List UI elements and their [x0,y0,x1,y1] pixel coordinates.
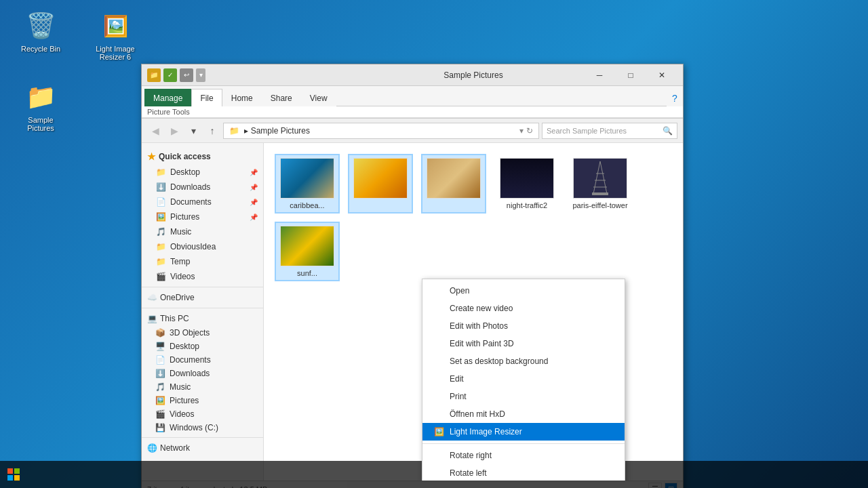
sidebar-item-videos[interactable]: 🎬 Videos [142,269,263,284]
quick-access-toolbar-undo[interactable]: ↩ [180,68,193,82]
recycle-bin-icon[interactable]: 🗑️ Recycle Bin [14,7,68,56]
sidebar-item-downloads[interactable]: ⬇️ Downloads 📌 [142,180,263,195]
ctx-edit[interactable]: Edit [422,370,625,388]
quick-access-toolbar-folder[interactable]: 📁 [147,68,161,82]
light-image-resizer-icon[interactable]: 🖼️ Light Image Resizer 6 [88,7,142,64]
refresh-button[interactable]: ↻ [526,126,533,136]
quick-access-toolbar-save[interactable]: ✓ [163,68,177,82]
file-name-paris: paris-eiffel-tower [572,201,627,209]
sidebar-item-documents[interactable]: 📄 Documents 📌 [142,195,263,209]
search-placeholder: Search Sample Pictures [547,127,627,135]
thumbnail-chrysanthemum [353,158,408,199]
ctx-light-image-resizer[interactable]: 🖼️ Light Image Resizer [422,423,625,441]
start-button[interactable] [0,461,27,488]
network-icon: 🌐 [147,443,157,453]
sidebar-obviousidea-label: ObviousIdea [170,242,216,251]
ctx-print[interactable]: Print [422,388,625,405]
file-item-desert[interactable] [421,154,486,214]
documents-pc-icon: 📄 [155,355,165,365]
sidebar-item-downloads-pc[interactable]: ⬇️ Downloads [142,367,263,380]
onedrive-label: OneDrive [160,293,195,302]
file-item-chrysanthemum[interactable] [348,154,413,214]
ribbon: Manage File Home Share View ? Picture To… [142,86,683,119]
sidebar-item-pictures-pc[interactable]: 🖼️ Pictures [142,394,263,407]
tab-manage[interactable]: Manage [144,89,191,106]
sidebar-temp-label: Temp [170,257,190,266]
tab-home[interactable]: Home [222,89,262,106]
file-grid: caribbea... night-traffi [269,148,677,287]
pictures-pc-icon: 🖼️ [155,396,165,405]
svg-rect-6 [14,468,20,474]
sidebar-item-windows-c[interactable]: 💾 Windows (C:) [142,421,263,434]
address-path[interactable]: 📁 ▸ Sample Pictures ▾ ↻ [223,123,539,139]
sidebar-item-desktop[interactable]: 📁 Desktop 📌 [142,165,263,180]
ctx-edit-photos-label: Edit with Photos [450,321,508,331]
quick-access-toolbar-dropdown[interactable]: ▾ [196,68,205,82]
sample-pictures-desktop-icon[interactable]: 📁 Sample Pictures [14,78,68,135]
file-item-night-traffic[interactable]: night-traffic2 [494,154,559,214]
sidebar-onedrive[interactable]: ☁️ OneDrive [142,290,263,305]
sidebar-item-3d-objects[interactable]: 📦 3D Objects [142,326,263,340]
ctx-set-desktop-label: Set as desktop background [450,357,548,366]
search-icon[interactable]: 🔍 [663,126,673,136]
sidebar-item-music[interactable]: 🎵 Music [142,224,263,239]
ctx-open-label: Open [450,286,469,296]
sidebar-item-pictures[interactable]: 🖼️ Pictures 📌 [142,209,263,224]
tab-view[interactable]: View [301,89,336,106]
svg-marker-0 [593,161,607,194]
ctx-rotate-left[interactable]: Rotate left [422,464,625,481]
ctx-open[interactable]: Open [422,282,625,300]
search-box[interactable]: Search Sample Pictures 🔍 [542,123,677,139]
desktop: 🗑️ Recycle Bin 🖼️ Light Image Resizer 6 … [0,0,868,488]
forward-button[interactable]: ▶ [166,123,182,139]
ctx-rotate-right[interactable]: Rotate right [422,447,625,464]
maximize-button[interactable]: □ [615,64,646,86]
sidebar-item-videos-pc[interactable]: 🎬 Videos [142,407,263,421]
downloads-pc-icon: ⬇️ [155,369,165,378]
ctx-edit-paint3d[interactable]: Edit with Paint 3D [422,335,625,352]
recycle-bin-image: 🗑️ [24,9,57,42]
file-item-caribbean[interactable]: caribbea... [275,154,340,214]
edit-paint3d-icon [433,338,444,349]
file-area: caribbea... night-traffi [264,143,683,481]
sidebar-item-documents-pc[interactable]: 📄 Documents [142,353,263,367]
star-icon: ★ [147,151,156,162]
file-item-paris[interactable]: paris-eiffel-tower [568,154,633,214]
ctx-lir-label: Light Image Resizer [450,427,522,436]
sidebar-videos-label: Videos [170,272,195,281]
minimize-button[interactable]: ─ [584,64,615,86]
ctx-print-label: Print [450,392,467,401]
downloads-icon: ⬇️ [155,182,166,192]
svg-rect-4 [592,192,608,195]
ctx-edit-photos[interactable]: Edit with Photos [422,317,625,335]
recent-locations-button[interactable]: ▾ [185,123,201,139]
onedrive-icon: ☁️ [147,293,157,302]
hxd-icon [433,409,444,420]
back-button[interactable]: ◀ [147,123,163,139]
tab-share[interactable]: Share [262,89,301,106]
sidebar-item-desktop-pc[interactable]: 🖥️ Desktop [142,340,263,353]
ribbon-help-button[interactable]: ? [667,90,683,106]
context-menu: Open Create new video Edit with Photos E… [422,279,625,481]
close-button[interactable]: ✕ [646,64,677,86]
ctx-set-desktop[interactable]: Set as desktop background [422,352,625,370]
obviousidea-icon: 📁 [155,241,166,252]
file-name-sunflower: sunf... [297,269,317,277]
sidebar-item-music-pc[interactable]: 🎵 Music [142,380,263,394]
sidebar-network[interactable]: 🌐 Network [142,441,263,455]
file-item-sunflower[interactable]: sunf... [275,222,340,281]
sidebar-item-obviousidea[interactable]: 📁 ObviousIdea [142,239,263,254]
svg-rect-8 [14,475,20,481]
address-dropdown[interactable]: ▾ [519,126,524,136]
tab-file[interactable]: File [191,89,222,106]
ctx-create-video[interactable]: Create new video [422,300,625,317]
ctx-hxd[interactable]: Öffnen mit HxD [422,405,625,423]
sidebar-this-pc[interactable]: 💻 This PC [142,311,263,326]
videos-icon: 🎬 [155,271,166,282]
sidebar-quick-access[interactable]: ★ Quick access [142,148,263,165]
pin-icon-downloads: 📌 [250,184,258,191]
up-button[interactable]: ↑ [204,123,220,139]
address-bar: ◀ ▶ ▾ ↑ 📁 ▸ Sample Pictures ▾ ↻ Search S… [142,119,683,143]
music-pc-icon: 🎵 [155,382,165,392]
sidebar-item-temp[interactable]: 📁 Temp [142,254,263,269]
